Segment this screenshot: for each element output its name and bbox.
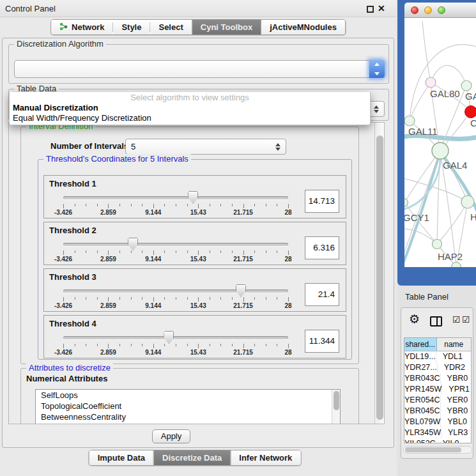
- slider-handle[interactable]: [236, 284, 246, 297]
- threshold-1-value-field[interactable]: 14.713: [305, 190, 339, 213]
- cell-name[interactable]: YDR2: [438, 362, 471, 373]
- gear-icon[interactable]: ⚙: [409, 313, 420, 326]
- cell-shared-name[interactable]: YIL052C: [404, 438, 436, 443]
- threshold-1-slider[interactable]: -3.4262.8599.14415.4321.71528: [63, 191, 288, 215]
- table-row[interactable]: YIL052CYIL0: [404, 438, 471, 443]
- node-gal80[interactable]: [426, 77, 436, 88]
- threshold-2-slider[interactable]: -3.4262.8599.14415.4321.71528: [63, 238, 288, 262]
- cell-name[interactable]: YPR1: [442, 384, 471, 395]
- close-traffic-light-icon[interactable]: [411, 6, 418, 14]
- tab-discretize-data[interactable]: Discretize Data: [153, 450, 230, 465]
- slider-tick: [164, 250, 165, 253]
- algorithm-option-manual[interactable]: Manual Discretization: [10, 103, 370, 113]
- cell-name[interactable]: YER0: [441, 395, 471, 406]
- table-row[interactable]: YLR345WYLR3: [404, 427, 471, 438]
- slider-tick-label: 15.43: [190, 302, 206, 309]
- table-horizontal-scrollbar[interactable]: [403, 446, 472, 454]
- network-canvas[interactable]: GAL80 GA C GAL11 GAL4 GCY1 H HAP2: [404, 18, 476, 267]
- algorithm-combobox[interactable]: [14, 60, 385, 78]
- tab-infer-network[interactable]: Infer Network: [230, 450, 300, 465]
- node-green-top[interactable]: [461, 81, 472, 91]
- table-row[interactable]: YER054CYER0: [404, 395, 471, 406]
- tab-impute-data[interactable]: Impute Data: [89, 450, 153, 465]
- checked-box-icon[interactable]: ☑: [462, 315, 470, 324]
- cell-name[interactable]: YLR3: [441, 427, 471, 438]
- close-icon[interactable]: ✕: [378, 3, 385, 13]
- node-green-right[interactable]: [461, 196, 474, 208]
- tab-select[interactable]: Select: [150, 20, 191, 35]
- slider-track[interactable]: [63, 289, 288, 293]
- combo-stepper-icon[interactable]: [369, 60, 385, 78]
- slider-track[interactable]: [63, 336, 288, 339]
- threshold-3-value-field[interactable]: 21.4: [305, 283, 339, 306]
- cell-shared-name[interactable]: YBL079W: [404, 417, 441, 427]
- cell-shared-name[interactable]: YER054C: [404, 395, 441, 406]
- cell-name[interactable]: YBL0: [441, 417, 471, 427]
- number-of-intervals-combobox[interactable]: 5: [125, 139, 286, 155]
- attribute-list-item[interactable]: SelfLoops: [36, 390, 340, 401]
- tab-network[interactable]: Network: [51, 20, 112, 35]
- settings-scrollbar[interactable]: [374, 123, 384, 424]
- table-row[interactable]: YDL19...YDL1: [404, 351, 471, 362]
- zoom-traffic-light-icon[interactable]: [438, 6, 445, 14]
- slider-tick-label: 9.144: [145, 302, 161, 309]
- table-row[interactable]: YBR043CYBR0: [404, 373, 471, 384]
- slider-handle[interactable]: [188, 191, 198, 204]
- cell-name[interactable]: YBR0: [441, 373, 471, 384]
- cell-name[interactable]: YIL0: [436, 438, 471, 443]
- column-header-shared-name[interactable]: shared...: [404, 338, 437, 351]
- slider-track[interactable]: [63, 243, 288, 246]
- node-gal4[interactable]: [432, 142, 449, 159]
- node-selected-red[interactable]: [465, 106, 476, 118]
- slider-tick: [75, 204, 75, 206]
- attributes-list-scrollbar[interactable]: [332, 390, 340, 424]
- float-window-icon[interactable]: [367, 6, 374, 13]
- table-row[interactable]: YPR145WYPR1: [404, 384, 471, 395]
- slider-tick: [266, 344, 266, 346]
- tab-select-label: Select: [158, 22, 183, 32]
- tab-style[interactable]: Style: [113, 20, 150, 35]
- slider-tick: [288, 204, 289, 208]
- slider-track[interactable]: [63, 196, 288, 199]
- threshold-4-label: Threshold 4: [49, 319, 96, 328]
- cell-shared-name[interactable]: YBR045C: [404, 406, 441, 417]
- tab-jactivemnodules[interactable]: jActiveMNodules: [261, 20, 345, 35]
- threshold-2-value-field[interactable]: 6.316: [305, 236, 339, 259]
- checked-box-icon[interactable]: ☑: [452, 315, 461, 324]
- threshold-4-slider[interactable]: -3.4262.8599.14415.4321.71528: [63, 331, 288, 355]
- slider-handle[interactable]: [128, 238, 138, 250]
- algorithm-option-equal-width[interactable]: Equal Width/Frequency Discretization: [10, 113, 370, 123]
- table-row[interactable]: YBR045CYBR0: [404, 406, 471, 417]
- table-row[interactable]: YBL079WYBL0: [404, 417, 471, 427]
- node-attribute-table[interactable]: shared... name YDL19...YDL1YDR27...YDR2Y…: [404, 337, 472, 443]
- slider-tick-label: 9.144: [145, 256, 161, 263]
- node-gcy1[interactable]: [404, 199, 408, 207]
- node-gal11[interactable]: [404, 116, 415, 126]
- cell-name[interactable]: YBR0: [441, 406, 471, 417]
- minimize-traffic-light-icon[interactable]: [424, 6, 432, 14]
- column-split-icon[interactable]: [430, 316, 442, 326]
- cell-shared-name[interactable]: YBR043C: [404, 373, 441, 384]
- threshold-4-value-field[interactable]: 11.344: [305, 330, 339, 353]
- interval-definition-group: Interval Definition Number of Intervals …: [20, 127, 359, 364]
- tab-cyni-toolbox[interactable]: Cyni Toolbox: [192, 20, 261, 35]
- apply-button[interactable]: Apply: [152, 429, 190, 443]
- cell-name[interactable]: YDL1: [436, 351, 471, 362]
- slider-tick: [164, 204, 165, 206]
- threshold-3-slider[interactable]: -3.4262.8599.14415.4321.71528: [63, 284, 288, 309]
- cell-shared-name[interactable]: YPR145W: [404, 384, 442, 395]
- slider-handle[interactable]: [164, 331, 174, 344]
- settings-viewport: Interval Definition Number of Intervals …: [9, 123, 374, 424]
- column-header-name[interactable]: name: [437, 338, 472, 351]
- attribute-list-item[interactable]: BetweennessCentrality: [36, 411, 340, 422]
- numerical-attributes-list[interactable]: SelfLoopsTopologicalCoefficientBetweenne…: [35, 389, 341, 424]
- slider-tick: [142, 250, 142, 253]
- algorithm-placeholder-option[interactable]: Select algorithm to view settings: [10, 92, 370, 103]
- cell-shared-name[interactable]: YDL19...: [404, 351, 436, 362]
- node-hap2[interactable]: [433, 240, 442, 249]
- attribute-list-item[interactable]: TopologicalCoefficient: [36, 401, 340, 411]
- cell-shared-name[interactable]: YDR27...: [404, 362, 438, 373]
- table-row[interactable]: YDR27...YDR2: [404, 362, 471, 373]
- slider-ruler: -3.4262.8599.14415.4321.71528: [63, 344, 288, 355]
- cell-shared-name[interactable]: YLR345W: [404, 427, 441, 438]
